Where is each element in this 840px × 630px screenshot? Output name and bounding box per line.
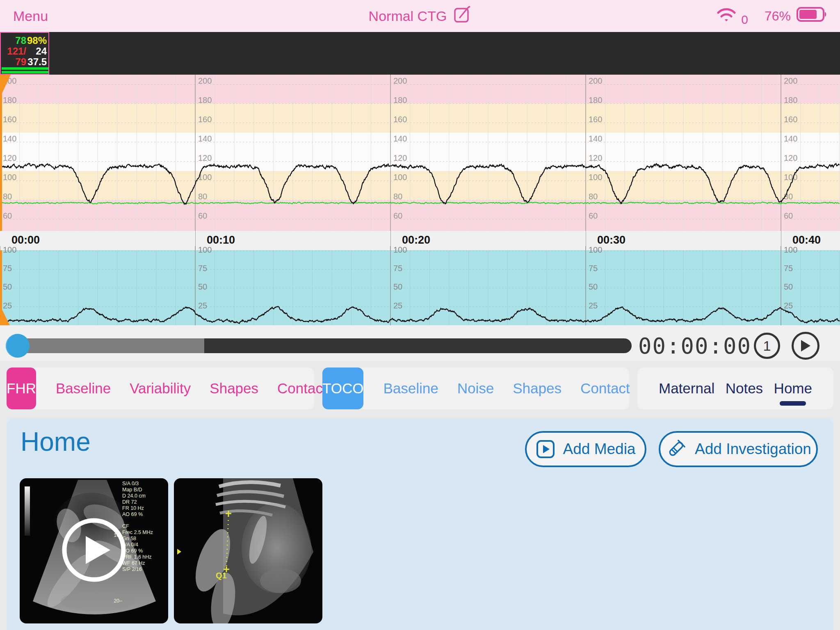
- svg-text:100: 100: [784, 173, 797, 182]
- svg-text:80: 80: [589, 192, 598, 201]
- media-play-icon: [536, 440, 555, 459]
- play-button[interactable]: [792, 332, 819, 360]
- svg-text:180: 180: [393, 96, 407, 105]
- record-start-marker: [0, 75, 2, 231]
- media-thumbnail-video[interactable]: S/A 0/3Map B/DD 24.0 cmDR 72FR 10 HzAO 6…: [20, 478, 168, 623]
- scrubber-knob[interactable]: [6, 334, 30, 358]
- svg-text:180: 180: [589, 96, 602, 105]
- svg-text:50: 50: [589, 282, 598, 291]
- svg-text:75: 75: [3, 264, 12, 273]
- vitals-row-bp: 121/24: [1, 46, 48, 57]
- battery-icon: [797, 7, 828, 25]
- svg-text:180: 180: [198, 96, 212, 105]
- svg-text:50: 50: [784, 282, 793, 291]
- svg-text:25: 25: [589, 301, 598, 310]
- signal-bar: [2, 71, 48, 73]
- svg-text:120: 120: [393, 153, 407, 162]
- svg-text:100: 100: [3, 173, 16, 182]
- tab-toco-shapes[interactable]: Shapes: [513, 380, 562, 397]
- svg-text:100: 100: [3, 246, 16, 254]
- video-play-overlay-icon: [60, 516, 128, 585]
- svg-text:100: 100: [393, 246, 407, 254]
- elapsed-time: 00:00:00: [638, 331, 753, 361]
- svg-text:200: 200: [198, 76, 212, 85]
- playback-speed-button[interactable]: 1: [754, 333, 780, 359]
- media-thumbnail-image[interactable]: Q1: [174, 478, 322, 623]
- svg-text:140: 140: [393, 134, 407, 143]
- toco-chart[interactable]: 1001001001001007575757575505050505025252…: [0, 246, 840, 326]
- section-nav: Maternal Notes Home: [637, 368, 833, 409]
- time-tick-label: 00:20: [402, 234, 430, 247]
- svg-text:160: 160: [784, 115, 797, 124]
- svg-text:25: 25: [198, 301, 207, 310]
- status-indicators: 0 76%: [715, 0, 828, 32]
- svg-text:100: 100: [784, 246, 797, 254]
- nav-maternal[interactable]: Maternal: [659, 380, 714, 397]
- tab-toco-baseline[interactable]: Baseline: [383, 380, 438, 397]
- test-tube-icon: [665, 438, 687, 460]
- svg-text:140: 140: [784, 134, 797, 143]
- depth-mark: 20–: [114, 598, 122, 604]
- scrubber-track[interactable]: [204, 338, 632, 353]
- svg-text:120: 120: [589, 153, 602, 162]
- record-start-flag-top: [0, 75, 11, 98]
- page-title: Normal CTG: [0, 0, 840, 32]
- svg-text:75: 75: [198, 264, 207, 273]
- svg-text:200: 200: [589, 76, 602, 85]
- recording-title: Normal CTG: [369, 8, 447, 24]
- battery-percent: 76%: [765, 9, 791, 24]
- svg-text:160: 160: [3, 115, 16, 124]
- svg-text:200: 200: [784, 76, 797, 85]
- svg-text:100: 100: [198, 246, 212, 254]
- scrubber-track-buffered[interactable]: [8, 338, 204, 353]
- add-investigation-button[interactable]: Add Investigation: [659, 431, 818, 467]
- fhr-chart[interactable]: 2002002002002001801801801801801601601601…: [0, 75, 840, 231]
- svg-text:140: 140: [589, 134, 602, 143]
- signal-bar: [2, 67, 48, 70]
- svg-text:75: 75: [784, 264, 793, 273]
- time-tick-label: 00:40: [792, 234, 821, 247]
- svg-text:100: 100: [589, 246, 602, 254]
- svg-text:60: 60: [589, 211, 598, 220]
- svg-text:75: 75: [589, 264, 598, 273]
- time-tick-label: 00:00: [11, 234, 40, 247]
- svg-text:25: 25: [393, 301, 402, 310]
- play-icon: [800, 340, 811, 352]
- vitals-row-spo2: 7898%: [1, 35, 48, 46]
- svg-text:75: 75: [393, 264, 402, 273]
- wifi-count: 0: [741, 13, 748, 27]
- svg-text:100: 100: [393, 173, 407, 182]
- svg-text:60: 60: [3, 211, 12, 220]
- active-tab-indicator: [780, 401, 806, 406]
- svg-text:80: 80: [3, 192, 12, 201]
- tab-toco[interactable]: TOCO: [322, 368, 363, 409]
- nav-home[interactable]: Home: [774, 380, 812, 397]
- status-bar: Menu Normal CTG 0 76%: [0, 0, 840, 32]
- svg-text:50: 50: [198, 282, 207, 291]
- tab-toco-contact[interactable]: Contact: [580, 380, 630, 397]
- ultrasound-image: Q1: [174, 478, 322, 623]
- svg-text:160: 160: [589, 115, 602, 124]
- tab-fhr-shapes[interactable]: Shapes: [210, 380, 258, 397]
- svg-text:50: 50: [3, 282, 12, 291]
- record-start-flag-bottom: [0, 306, 10, 325]
- tab-fhr-variability[interactable]: Variability: [130, 380, 191, 397]
- toco-tab-group: TOCO Baseline Noise Shapes Contact: [322, 368, 629, 409]
- add-media-button[interactable]: Add Media: [525, 431, 646, 467]
- edit-title-icon[interactable]: [453, 5, 471, 27]
- svg-text:120: 120: [3, 153, 16, 162]
- vitals-box[interactable]: 7898% 121/24 7937.5: [0, 32, 49, 75]
- time-tick-label: 00:30: [597, 234, 625, 247]
- svg-text:140: 140: [198, 134, 212, 143]
- nav-notes[interactable]: Notes: [726, 380, 763, 397]
- svg-text:180: 180: [784, 96, 797, 105]
- svg-text:160: 160: [198, 115, 212, 124]
- svg-text:200: 200: [393, 76, 407, 85]
- tab-fhr[interactable]: FHR: [7, 368, 36, 409]
- svg-text:120: 120: [198, 153, 212, 162]
- tab-fhr-contact[interactable]: Contact: [277, 380, 327, 397]
- tab-fhr-baseline[interactable]: Baseline: [56, 380, 111, 397]
- measurement-label: Q1: [216, 571, 227, 580]
- tab-toco-noise[interactable]: Noise: [457, 380, 494, 397]
- vitals-row-temp: 7937.5: [1, 57, 48, 67]
